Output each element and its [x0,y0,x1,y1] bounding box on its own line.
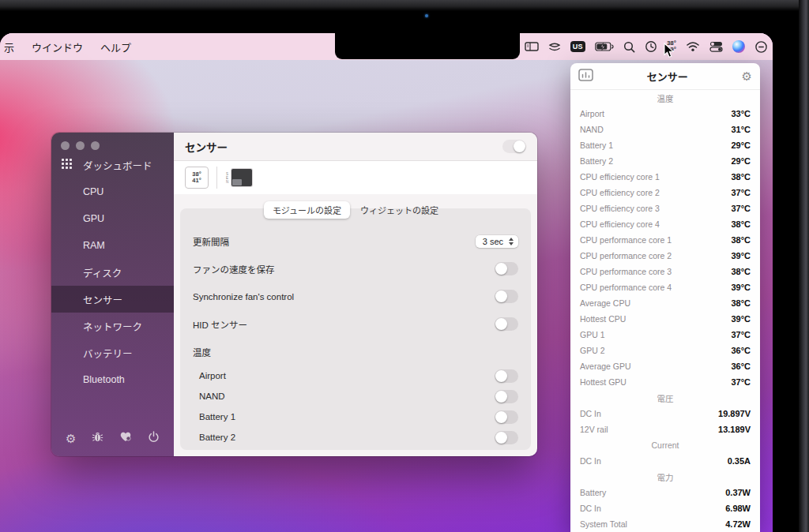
settings-row-label: Battery 1 [193,412,235,421]
sensors-popover-header: センサー ⚙ [570,63,760,90]
sensor-row: DC In6.98W [580,500,751,516]
camera-indicator [425,14,428,17]
minimize-button[interactable] [76,141,85,150]
sensor-section-header: Current [580,437,751,453]
sidebar-item-バッテリー[interactable]: バッテリー [51,339,174,366]
tab-モジュールの設定[interactable]: モジュールの設定 [264,201,350,219]
settings-gear-icon[interactable]: ⚙ [742,70,752,82]
Battery 1-toggle[interactable] [495,410,518,424]
tab-ウィジェットの設定[interactable]: ウィジェットの設定 [352,201,447,219]
sidebar-footer: ⚙ [51,426,174,450]
sensors-popover: センサー ⚙ 温度Airport33°CNAND31°CBattery 129°… [570,63,760,532]
sensor-value: 38°C [731,298,751,308]
input-source-badge[interactable]: US [570,41,585,52]
zoom-button[interactable] [91,141,100,150]
sensor-label: NAND [580,125,604,134]
settings-panel: 更新間隔3 secファンの速度を保存Synchronize fan's cont… [180,208,531,450]
sensor-row: CPU performance core 239°C [580,248,751,264]
sensor-value: 19.897V [718,409,751,418]
layers-icon[interactable] [548,41,561,53]
settings-row: 温度 [193,338,518,365]
Battery 2-toggle[interactable] [495,431,518,444]
sensor-row: CPU efficiency core 138°C [580,169,751,185]
settings-row: NAND [193,386,518,406]
mini-widget-label: SEN [225,172,229,184]
sensor-value: 39°C [731,251,751,260]
spotlight-search-icon[interactable] [623,41,635,53]
HID センサー-toggle[interactable] [495,317,518,331]
sensor-value: 39°C [731,283,751,292]
laptop-bezel-right [799,0,809,532]
sensor-row: Battery0.37W [580,485,751,500]
donate-heart-icon[interactable] [119,431,132,445]
camera-notch [335,33,520,59]
menu-item-ヘルプ[interactable]: ヘルプ [100,39,131,54]
settings-row-label: 更新間隔 [193,235,229,248]
sidebar-item-GPU[interactable]: GPU [51,205,174,232]
sensor-label: Airport [580,109,604,118]
sensor-value: 36°C [731,362,751,371]
sensor-value: 29°C [731,140,751,150]
menu-item-示[interactable]: 示 [4,39,14,54]
module-enabled-toggle[interactable] [502,140,526,153]
settings-gear-icon[interactable]: ⚙ [66,433,76,444]
sensor-row: NAND31°C [580,122,751,137]
sidebar-item-label: ディスク [83,265,122,280]
window-controls [51,133,174,150]
settings-row: Airport [193,365,518,386]
sidebar: ダッシュボードCPUGPURAMディスクセンサーネットワークバッテリーBluet… [51,133,174,456]
update-interval-select[interactable]: 3 sec [476,235,518,248]
sensor-row: Hottest GPU37°C [580,374,751,390]
display-icon[interactable] [525,41,539,52]
control-center-icon[interactable] [709,41,723,52]
sidebar-item-ネットワーク[interactable]: ネットワーク [51,313,174,339]
settings-row-label: Battery 2 [193,433,235,442]
sidebar-item-ダッシュボード[interactable]: ダッシュボード [51,152,174,178]
NAND-toggle[interactable] [495,390,518,403]
Synchronize fan's control-toggle[interactable] [495,290,518,303]
sensor-row: Hottest CPU39°C [580,311,751,327]
battery-charging-icon[interactable] [595,42,614,51]
sidebar-item-RAM[interactable]: RAM [51,232,174,259]
menu-item-ウインドウ[interactable]: ウインドウ [32,39,83,54]
window-titlebar: センサー [174,133,537,161]
temperature-widget-preview[interactable]: 38° 41° [185,167,209,189]
time-machine-icon[interactable] [645,40,657,53]
sidebar-item-ディスク[interactable]: ディスク [51,259,174,286]
grid-icon [62,159,72,171]
sidebar-item-Bluetooth[interactable]: Bluetooth [51,366,174,393]
chart-widget-icon[interactable] [578,69,593,84]
sensor-label: Average GPU [580,362,631,371]
Airport-toggle[interactable] [495,369,518,383]
screen: 示ウインドウヘルプ US [0,33,773,532]
sensor-value: 39°C [731,314,751,324]
sensor-label: 12V rail [580,425,608,434]
siri-icon[interactable] [732,40,745,53]
widget-preview-row: 38° 41° SEN [174,161,537,194]
menu-bar: 示ウインドウヘルプ US [0,33,773,60]
sensor-value: 38°C [731,219,751,229]
sensor-label: CPU performance core 4 [580,283,672,292]
toggle-knob [495,370,507,382]
sidebar-item-CPU[interactable]: CPU [51,178,174,205]
mini-widget-preview[interactable]: SEN [225,169,252,186]
bug-report-icon[interactable] [92,431,103,446]
sensor-label: CPU performance core 1 [580,235,672,245]
settings-row-label: NAND [193,392,225,401]
settings-row [193,448,518,450]
mini-widget-screen [231,169,252,186]
sensor-value: 38°C [731,267,751,276]
sensor-section-header: 電力 [580,469,751,485]
sensor-value: 31°C [731,125,751,134]
ファンの速度を保存-toggle[interactable] [495,262,518,275]
power-icon[interactable] [148,431,160,446]
focus-icon[interactable] [754,40,768,54]
close-button[interactable] [61,141,70,150]
settings-row: 更新間隔3 sec [193,227,518,255]
sidebar-item-センサー[interactable]: センサー [51,286,174,313]
sensor-label: DC In [580,456,601,466]
wifi-icon[interactable] [686,41,700,52]
sensor-row: DC In0.35A [580,453,751,469]
toggle-knob [495,318,507,330]
sensor-label: CPU performance core 2 [580,251,672,260]
